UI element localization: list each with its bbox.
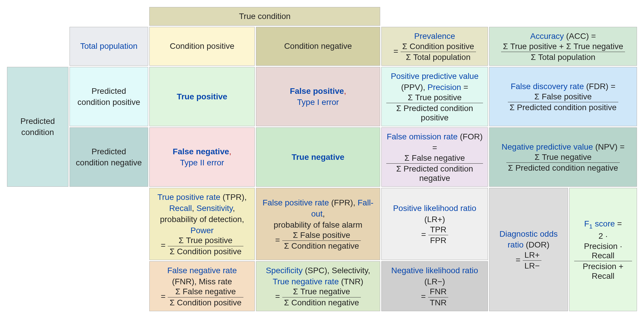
frac-spc: Σ True negative Σ Condition negative — [282, 287, 361, 307]
link-fpr[interactable]: False positive rate — [263, 198, 329, 207]
link-true-positive[interactable]: True positive — [177, 92, 227, 101]
spacer — [7, 261, 68, 311]
cell-tpr: True positive rate (TPR), Recall, Sensit… — [149, 188, 255, 260]
confusion-matrix-table: True condition Total population Conditio… — [6, 6, 638, 312]
link-power[interactable]: Power — [191, 226, 214, 235]
link-precision[interactable]: Precision — [427, 83, 461, 92]
link-for[interactable]: False omission rate — [387, 132, 458, 141]
cell-ppv: Positive predictive value (PPV), Precisi… — [381, 67, 488, 126]
frac-tpr: Σ True positive Σ Condition positive — [168, 236, 243, 256]
cell-true-positive: True positive — [149, 67, 255, 126]
link-total-population[interactable]: Total population — [80, 41, 137, 51]
link-type1-error[interactable]: Type I error — [297, 98, 339, 107]
link-npv[interactable]: Negative predictive value — [502, 142, 593, 151]
link-recall[interactable]: Recall — [169, 204, 192, 213]
frac-fpr: Σ False positive Σ Condition negative — [282, 231, 361, 251]
spacer — [70, 188, 148, 260]
spacer — [7, 7, 68, 26]
frac-accuracy: Σ True positive + Σ True negative Σ Tota… — [501, 42, 625, 62]
link-type2-error[interactable]: Type II error — [180, 158, 224, 167]
cell-fnr: False negative rate (FNR), Miss rate = Σ… — [149, 261, 255, 311]
cell-for: False omission rate (FOR) = Σ False nega… — [381, 127, 488, 187]
cell-false-negative: False negative, Type II error — [149, 127, 255, 187]
cell-true-negative: True negative — [256, 127, 380, 187]
frac-fnr: Σ False negative Σ Condition positive — [168, 287, 243, 307]
frac-f1: Precision · Recall Precision + Recall — [574, 242, 632, 281]
link-tnr[interactable]: True negative rate — [273, 277, 339, 286]
spacer — [7, 188, 68, 260]
header-total-population: Total population — [70, 27, 148, 66]
link-false-positive[interactable]: False positive — [290, 86, 344, 96]
link-ppv[interactable]: Positive predictive value — [391, 72, 478, 81]
cell-accuracy: Accuracy (ACC) = Σ True positive + Σ Tru… — [489, 27, 637, 66]
spacer — [70, 261, 148, 311]
cell-fpr: False positive rate (FPR), Fall-out, pro… — [256, 188, 380, 260]
frac-fdr: Σ False positive Σ Predicted condition p… — [508, 92, 618, 112]
header-predicted-condition: Predicted condition — [7, 67, 68, 187]
link-sensitivity[interactable]: Sensitivity — [196, 204, 233, 213]
frac-for: Σ False negative Σ Predicted condition n… — [386, 153, 483, 183]
frac-lrp: TPR FPR — [428, 225, 448, 245]
cell-false-positive: False positive, Type I error — [256, 67, 380, 126]
header-predicted-negative: Predicted condition negative — [70, 127, 148, 187]
frac-dor: LR+ LR− — [523, 250, 541, 271]
cell-prevalence: Prevalence = Σ Condition positive Σ Tota… — [381, 27, 488, 66]
spacer — [489, 7, 637, 26]
header-condition-positive: Condition positive — [149, 27, 255, 66]
link-lrn[interactable]: Negative likelihood ratio — [391, 266, 478, 275]
frac-npv: Σ True negative Σ Predicted condition ne… — [506, 153, 620, 173]
cell-f1: F1 score = 2 · Precision · Recall Precis… — [569, 188, 637, 311]
cell-lrn: Negative likelihood ratio (LR−) = FNR TN… — [381, 261, 488, 311]
link-lrp[interactable]: Positive likelihood ratio — [393, 204, 476, 213]
cell-dor: Diagnostic odds ratio (DOR) = LR+ LR− — [489, 188, 568, 311]
spacer — [7, 27, 68, 66]
link-specificity[interactable]: Specificity — [266, 266, 303, 275]
frac-lrn: FNR TNR — [428, 287, 449, 307]
link-prevalence[interactable]: Prevalence — [414, 32, 455, 41]
frac-prevalence: Σ Condition positive Σ Total population — [401, 42, 476, 62]
header-condition-negative: Condition negative — [256, 27, 380, 66]
cell-fdr: False discovery rate (FDR) = Σ False pos… — [489, 67, 637, 126]
link-accuracy[interactable]: Accuracy — [530, 32, 564, 41]
link-true-negative[interactable]: True negative — [292, 153, 344, 162]
cell-lrp: Positive likelihood ratio (LR+) = TPR FP… — [381, 188, 488, 260]
spacer — [381, 7, 488, 26]
link-fdr[interactable]: False discovery rate — [511, 82, 584, 91]
link-fnr[interactable]: False negative rate — [167, 266, 237, 275]
frac-ppv: Σ True positive Σ Predicted condition po… — [386, 93, 483, 123]
cell-npv: Negative predictive value (NPV) = Σ True… — [489, 127, 637, 187]
header-true-condition: True condition — [149, 7, 380, 26]
link-false-negative[interactable]: False negative — [173, 147, 229, 156]
link-tpr[interactable]: True positive rate — [157, 193, 220, 202]
spacer — [70, 7, 148, 26]
cell-spc: Specificity (SPC), Selectivity, True neg… — [256, 261, 380, 311]
header-predicted-positive: Predicted condition positive — [70, 67, 148, 126]
link-f1[interactable]: F1 score — [584, 219, 615, 228]
